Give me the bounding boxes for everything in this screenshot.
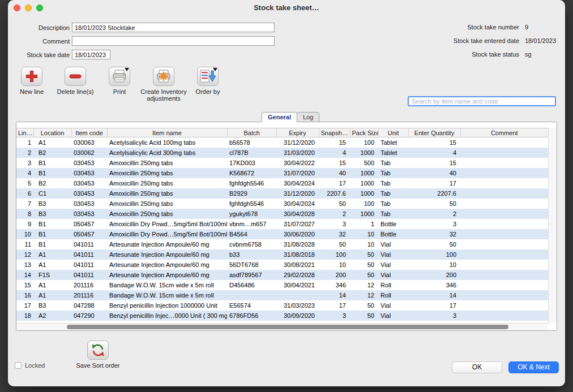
table-cell: 14 [319, 290, 350, 300]
table-row[interactable]: 12A1041011Artesunate Injection Ampoule/6… [16, 249, 548, 260]
table-row[interactable]: 2B2030062Acetylsalicylic Acid 300mg tabs… [16, 148, 548, 158]
stock-take-window: Stock take sheet… Description Comment St… [8, 0, 565, 386]
column-header[interactable]: Enter Quantity [408, 128, 460, 137]
stock-take-number-row: Stock take number 9 [467, 24, 558, 31]
table-row[interactable]: 11B1041011Artesunate Injection Ampoule/6… [16, 239, 548, 249]
table-cell [460, 219, 548, 229]
table-cell: 31/07/2027 [276, 219, 319, 229]
new-line-button[interactable]: New line [10, 67, 53, 95]
table-row[interactable]: 13A1041011Artesunate Injection Ampoule/6… [16, 260, 548, 270]
column-header[interactable]: Pack Size [350, 128, 378, 137]
table-row[interactable]: 1A1030063Acetylsalicylic Acid 100mg tabs… [16, 137, 548, 148]
table-cell: asdf789567 [227, 270, 276, 280]
horizontal-scrollbar-thumb[interactable] [67, 325, 508, 329]
tab-log[interactable]: Log [297, 112, 319, 122]
comment-input[interactable] [72, 36, 275, 46]
zoom-button[interactable] [36, 5, 43, 11]
locked-checkbox[interactable] [15, 362, 22, 369]
table-cell: 050457 [71, 229, 107, 239]
table-row[interactable]: 10B1050457Amoxicillin Dry Powd…5mg/5ml B… [16, 229, 548, 239]
save-sort-order-button[interactable]: Save Sort order [74, 341, 122, 369]
table-cell: 17 [408, 300, 460, 311]
new-line-icon [21, 67, 42, 86]
print-label: Print [98, 88, 141, 95]
table-cell: C1 [33, 188, 71, 199]
table-cell: 2 [408, 209, 460, 219]
column-header[interactable]: Item name [107, 128, 227, 137]
table-row[interactable]: 3B1030453Amoxicillin 250mg tabs17KD00330… [16, 158, 548, 168]
column-header[interactable]: Item code [71, 128, 107, 137]
tab-bar: General Log [262, 112, 319, 122]
table-cell: D456486 [227, 280, 276, 290]
order-by-button[interactable]: Order by [186, 67, 229, 95]
table-row[interactable]: 4B1030453Amoxicillin 250mg tabsK56867231… [16, 168, 548, 178]
column-header[interactable]: Snapsh… [319, 128, 350, 137]
table-cell: Amoxicillin 250mg tabs [107, 199, 227, 209]
table-cell: Vial [378, 239, 408, 249]
window-title: Stock take sheet… [8, 0, 565, 16]
order-by-label: Order by [186, 88, 229, 95]
table-cell: 50 [319, 199, 350, 209]
stock-take-date-input[interactable] [72, 50, 110, 59]
table-cell: Tab [378, 199, 408, 209]
delete-lines-button[interactable]: Delete line(s) [54, 67, 97, 95]
table-cell: Tab [378, 178, 408, 188]
table-cell: 1000 [350, 188, 378, 199]
table-row[interactable]: 18A2047290Benzyl penicillin Injec…0000 U… [16, 311, 548, 321]
table-cell: 31/08/2018 [276, 249, 319, 260]
table-cell: B4564 [227, 229, 276, 239]
table-cell: b56578 [227, 137, 276, 148]
table-row[interactable]: 7B3030453Amoxicillin 250mg tabsfghfdgh55… [16, 199, 548, 209]
table-cell: 30/04/2024 [276, 199, 319, 209]
column-header[interactable]: Expiry [276, 128, 319, 137]
table-cell: 6 [16, 188, 33, 199]
table-row[interactable]: 9B1050457Amoxicillin Dry Powd…5mg/5ml Bo… [16, 219, 548, 229]
table-cell: 1 [16, 137, 33, 148]
table-cell: 31/08/2028 [276, 239, 319, 249]
table-row[interactable]: 15A1201116Bandage W.O.W. 15cm wide x 5m … [16, 280, 548, 290]
table-cell: 1000 [350, 178, 378, 188]
table-row[interactable]: 16A1201116Bandage W.O.W. 15cm wide x 5m … [16, 290, 548, 300]
ok-next-button[interactable]: OK & Next [508, 361, 559, 373]
table-cell: ygukyt678 [227, 209, 276, 219]
column-header[interactable]: Comment [460, 128, 548, 137]
table-row[interactable]: 5B2030453Amoxicillin 250mg tabsfghfdgh55… [16, 178, 548, 188]
table-cell: 3 [16, 158, 33, 168]
table-cell: 31/03/2020 [276, 148, 319, 158]
column-header[interactable]: Batch [227, 128, 276, 137]
table-row[interactable]: 17B3047288Benzyl penicillin Injection 10… [16, 300, 548, 311]
vertical-scrollbar[interactable] [548, 128, 557, 323]
locked-checkbox-row[interactable]: Locked [15, 362, 45, 369]
column-header[interactable]: Lin… [16, 128, 33, 137]
delete-lines-label: Delete line(s) [54, 88, 97, 95]
table-cell: 030063 [71, 137, 107, 148]
dropdown-arrow-icon [125, 68, 129, 71]
locked-label: Locked [25, 362, 45, 369]
table-cell [460, 209, 548, 219]
ok-button[interactable]: OK [452, 361, 502, 373]
print-button[interactable]: Print [98, 67, 141, 95]
tab-general[interactable]: General [262, 112, 297, 122]
horizontal-scrollbar[interactable] [16, 323, 548, 330]
minimize-button[interactable] [25, 5, 32, 11]
table-row[interactable]: 8B3030453Amoxicillin 250mg tabsygukyt678… [16, 209, 548, 219]
stock-take-status-row: Stock take status sg [472, 51, 558, 58]
table-cell: A2 [33, 311, 71, 321]
search-input[interactable] [408, 96, 556, 106]
table-cell: 047288 [71, 300, 107, 311]
create-inventory-adjustments-button[interactable]: Create Inventory adjustments [140, 67, 187, 102]
table-cell: 18 [16, 311, 33, 321]
table-row[interactable]: 14F1S041011Artesunate Injection Ampoule/… [16, 270, 548, 280]
table-cell: 030453 [71, 158, 107, 168]
table-cell: 17 [16, 300, 33, 311]
column-header[interactable]: Unit [378, 128, 408, 137]
table-cell: 10 [408, 260, 460, 270]
table-row[interactable]: 6C1030453Amoxicillin 250mg tabsB292931/1… [16, 188, 548, 199]
description-input[interactable] [72, 23, 275, 32]
table-cell: 030453 [71, 168, 107, 178]
table-cell: 200 [408, 270, 460, 280]
table-cell: Roll [378, 290, 408, 300]
column-header[interactable]: Location [33, 128, 71, 137]
close-button[interactable] [14, 5, 20, 11]
table-cell [460, 300, 548, 311]
